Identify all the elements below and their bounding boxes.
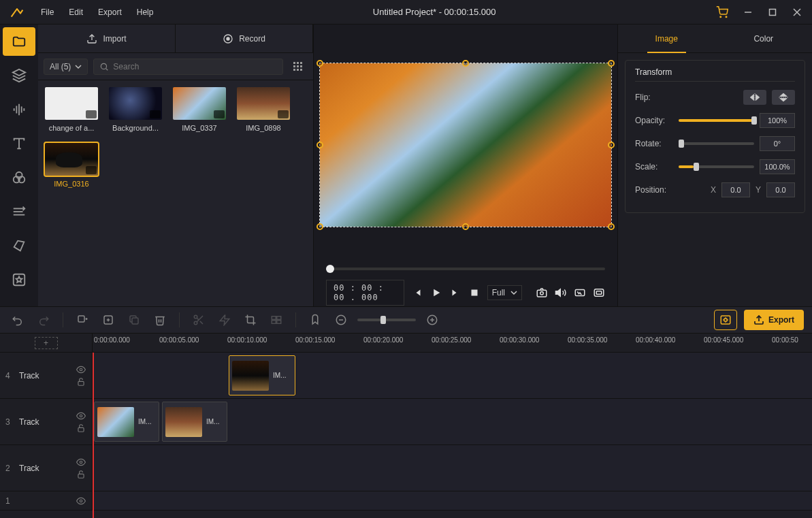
ruler-mark: 0:00:00.000 (94, 336, 130, 344)
next-frame-button[interactable] (449, 285, 461, 301)
visibility-icon[interactable] (76, 411, 86, 421)
ruler-mark: 00:00:30.000 (500, 336, 539, 344)
menu-edit[interactable]: Edit (62, 3, 90, 21)
zoom-in-button[interactable] (423, 310, 442, 329)
preview-image[interactable] (320, 63, 611, 227)
tool-overlay[interactable] (3, 231, 35, 260)
record-button[interactable]: Record (176, 25, 313, 52)
rotate-value[interactable]: 0° (760, 136, 795, 151)
tool-audio[interactable] (3, 95, 35, 124)
tab-color[interactable]: Color (715, 25, 813, 52)
preview-size-select[interactable]: Full (487, 285, 522, 300)
flip-horizontal-button[interactable] (743, 90, 766, 105)
playhead[interactable] (93, 353, 94, 518)
track-lane[interactable]: IM... (93, 353, 812, 398)
lock-icon[interactable] (76, 423, 86, 433)
track-lane[interactable]: IM... IM... (93, 399, 812, 444)
resize-handle[interactable] (316, 223, 323, 230)
import-button[interactable]: Import (38, 25, 176, 52)
svg-rect-76 (78, 474, 84, 478)
menu-export[interactable]: Export (91, 3, 129, 21)
timeline-clip[interactable]: IM... (94, 402, 159, 442)
resize-handle[interactable] (462, 60, 469, 67)
visibility-icon[interactable] (76, 457, 86, 467)
cart-button[interactable] (709, 0, 736, 25)
media-item[interactable]: IMG_0337 (173, 87, 226, 132)
menu-file[interactable]: File (34, 3, 61, 21)
scale-value[interactable]: 100.0% (760, 159, 795, 174)
tool-layers[interactable] (3, 61, 35, 90)
speed-button[interactable] (215, 310, 234, 329)
volume-button[interactable] (555, 285, 567, 301)
resize-handle[interactable] (608, 60, 615, 67)
media-search[interactable] (93, 59, 283, 75)
split-button[interactable] (189, 310, 208, 329)
tool-media[interactable] (3, 27, 35, 56)
visibility-icon[interactable] (76, 496, 86, 506)
tool-transitions[interactable] (3, 197, 35, 226)
delete-button[interactable] (150, 310, 169, 329)
position-x-value[interactable]: 0.0 (721, 182, 750, 197)
scrubber[interactable] (326, 268, 605, 270)
marker-add-button[interactable] (73, 310, 92, 329)
lock-icon[interactable] (76, 470, 86, 479)
crop-button[interactable] (241, 310, 260, 329)
stop-button[interactable] (468, 285, 481, 301)
resize-handle[interactable] (608, 223, 615, 230)
redo-button[interactable] (34, 310, 53, 329)
aspect-button[interactable] (574, 285, 586, 301)
resize-handle[interactable] (462, 223, 469, 230)
minimize-button[interactable] (736, 0, 760, 25)
resize-handle[interactable] (608, 142, 615, 148)
close-button[interactable] (785, 0, 809, 25)
tool-elements[interactable] (3, 265, 35, 294)
settings-gear-button[interactable] (714, 310, 737, 330)
marker-button[interactable] (306, 310, 325, 329)
track-gutter: 3 Track (0, 399, 93, 444)
preview-viewport[interactable] (314, 25, 617, 259)
visibility-icon[interactable] (76, 365, 86, 374)
duplicate-button[interactable] (125, 310, 144, 329)
fullscreen-button[interactable] (593, 285, 605, 301)
resize-handle[interactable] (316, 60, 323, 67)
opacity-value[interactable]: 100% (760, 113, 795, 128)
scrubber-thumb[interactable] (326, 265, 334, 273)
timeline-ruler[interactable]: 0:00:00.000 00:00:05.000 00:00:10.000 00… (93, 334, 812, 352)
scale-slider[interactable] (679, 165, 754, 168)
pos-x-label: X (711, 185, 716, 195)
media-item[interactable]: IMG_0898 (237, 87, 290, 132)
snapshot-button[interactable] (536, 285, 548, 301)
track-lane[interactable] (93, 445, 812, 491)
resize-handle[interactable] (316, 142, 323, 148)
tab-image[interactable]: Image (618, 25, 715, 52)
track-lane[interactable] (93, 491, 812, 510)
timeline-clip[interactable]: IM... (162, 402, 227, 442)
flip-vertical-button[interactable] (772, 90, 795, 105)
timeline-clip[interactable]: IM... (229, 355, 295, 395)
zoom-out-button[interactable] (331, 310, 351, 329)
media-item[interactable]: Background... (109, 87, 162, 132)
group-button[interactable] (267, 310, 286, 329)
play-button[interactable] (430, 285, 442, 301)
tool-filters[interactable] (3, 163, 35, 192)
media-item[interactable]: change of a... (45, 87, 98, 132)
rotate-slider[interactable] (679, 142, 754, 145)
add-track-button[interactable]: + (35, 337, 58, 349)
media-item-label: IMG_0337 (173, 124, 226, 132)
menu-help[interactable]: Help (130, 3, 161, 21)
media-filter-dropdown[interactable]: All (5) (44, 59, 88, 75)
opacity-slider[interactable] (679, 119, 754, 122)
view-mode-button[interactable] (289, 57, 308, 76)
undo-button[interactable] (8, 310, 27, 329)
maximize-button[interactable] (760, 0, 785, 25)
media-item[interactable]: IMG_0316 (45, 143, 98, 188)
search-input[interactable] (113, 62, 277, 71)
timeline-body[interactable]: 4 Track IM... 3 Track (0, 353, 812, 518)
position-y-value[interactable]: 0.0 (766, 182, 795, 197)
lock-icon[interactable] (76, 377, 86, 387)
prev-frame-button[interactable] (411, 285, 423, 301)
tool-text[interactable] (3, 129, 35, 158)
add-button[interactable] (99, 310, 118, 329)
zoom-slider[interactable] (357, 319, 416, 321)
export-button[interactable]: Export (744, 310, 804, 330)
